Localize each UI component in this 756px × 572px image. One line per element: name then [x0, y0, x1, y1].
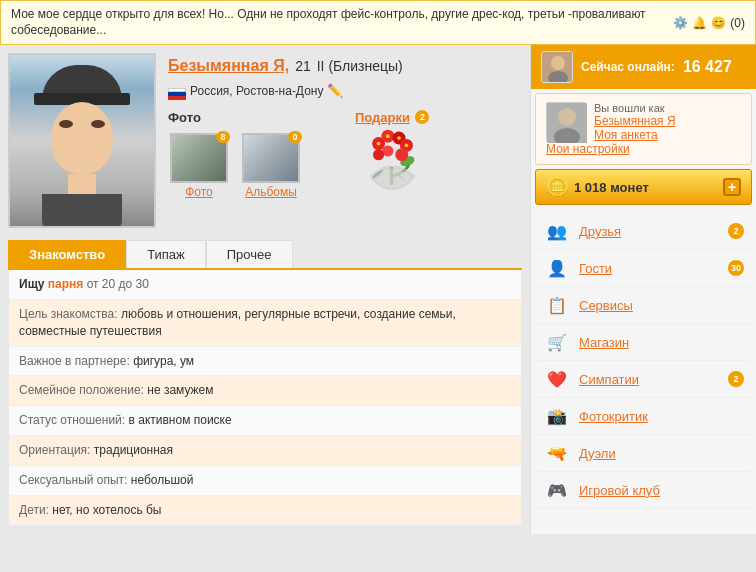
detail-label-goal: Цель знакомства: [19, 307, 118, 321]
duels-icon: 🔫 [543, 441, 571, 465]
profile-zodiac: II (Близнецы) [317, 58, 403, 74]
friends-label: Друзья [579, 224, 718, 239]
sympathy-icon: ❤️ [543, 367, 571, 391]
profile-age: 21 [295, 58, 311, 74]
profile-location: Россия, Ростов-на-Дону ✏️ [168, 81, 522, 100]
flower-gift [355, 125, 435, 195]
tab-tipazh[interactable]: Типаж [126, 240, 206, 268]
sidebar-item-friends[interactable]: 👥 Друзья 2 [535, 213, 752, 250]
detail-label-marital: Семейное положение: [19, 383, 144, 397]
detail-label-orientation: Ориентация: [19, 443, 90, 457]
coins-amount: 1 018 монет [574, 180, 717, 195]
albums-label[interactable]: Альбомы [240, 185, 302, 199]
online-label: Сейчас онлайн: [581, 60, 675, 74]
sympathy-badge: 2 [728, 371, 744, 387]
profile-info: Безымянная Я, 21 II (Близнецы) Россия, Р… [168, 53, 522, 228]
photocritic-icon: 📸 [543, 404, 571, 428]
svg-point-12 [405, 144, 409, 148]
name-line: Безымянная Я, 21 II (Близнецы) [168, 57, 522, 75]
svg-point-11 [397, 136, 401, 140]
albums-thumb[interactable]: 0 Альбомы [240, 133, 302, 199]
svg-point-17 [558, 108, 576, 126]
sidebar-item-services[interactable]: 📋 Сервисы [535, 287, 752, 324]
photos-count-badge: 8 [216, 131, 230, 143]
tab-znakомство[interactable]: Знакомство [8, 240, 126, 268]
svg-point-9 [377, 142, 381, 146]
alert-icon[interactable]: 🔔 [692, 16, 707, 30]
sidebar-item-duels[interactable]: 🔫 Дуэли [535, 435, 752, 472]
detail-value-orientation: традиционная [94, 443, 173, 457]
detail-label-children: Дети: [19, 503, 49, 517]
detail-label-status: Статус отношений: [19, 413, 125, 427]
photo-items: 8 Фото 0 Альбомы [168, 133, 335, 199]
profile-left: Безымянная Я, 21 II (Близнецы) Россия, Р… [0, 45, 530, 534]
services-label: Сервисы [579, 298, 744, 313]
photo-block: Фото 8 Фото [168, 110, 335, 199]
detail-label-important: Важное в партнере: [19, 354, 130, 368]
photo-section-title: Фото [168, 110, 335, 125]
detail-label-experience: Сексуальный опыт: [19, 473, 127, 487]
detail-value-status: в активном поиске [129, 413, 232, 427]
svg-point-10 [386, 134, 390, 138]
search-seeking-value: парня [48, 277, 87, 291]
profile-details: Ищу парня от 20 до 30 Цель знакомства: л… [8, 270, 522, 526]
detail-row-goal: Цель знакомства: любовь и отношения, рег… [9, 300, 521, 347]
detail-value-children: нет, но хотелось бы [52, 503, 161, 517]
shop-label: Магазин [579, 335, 744, 350]
sidebar-item-guests[interactable]: 👤 Гости 30 [535, 250, 752, 287]
sidebar: Сейчас онлайн: 16 427 Вы вошли как Безым… [530, 45, 756, 534]
photos-label[interactable]: Фото [168, 185, 230, 199]
sidebar-item-gameclub[interactable]: 🎮 Игровой клуб [535, 472, 752, 509]
profile-photo-main [8, 53, 156, 228]
online-avatar [541, 51, 573, 83]
albums-count-badge: 0 [288, 131, 302, 143]
photocritic-label: Фотокритик [579, 409, 744, 424]
shop-icon: 🛒 [543, 330, 571, 354]
profile-name[interactable]: Безымянная Я, [168, 57, 289, 75]
detail-row-orientation: Ориентация: традиционная [9, 436, 521, 466]
photos-thumb[interactable]: 8 Фото [168, 133, 230, 199]
sidebar-item-shop[interactable]: 🛒 Магазин [535, 324, 752, 361]
gifts-count-badge: 2 [415, 110, 429, 124]
friends-badge: 2 [728, 223, 744, 239]
main-layout: Безымянная Я, 21 II (Близнецы) Россия, Р… [0, 45, 756, 534]
settings-link[interactable]: Мои настройки [546, 142, 741, 156]
gifts-block: Подарки 2 [355, 110, 522, 199]
sidebar-menu: 👥 Друзья 2 👤 Гости 30 📋 Сервисы 🛒 Магази… [531, 209, 756, 513]
detail-row-search: Ищу парня от 20 до 30 [9, 270, 521, 300]
gameclub-label: Игровой клуб [579, 483, 744, 498]
comments-count: (0) [730, 16, 745, 30]
guests-badge: 30 [728, 260, 744, 276]
sidebar-user-avatar [546, 102, 586, 142]
coin-icon: 🪙 [546, 176, 568, 198]
services-icon: 📋 [543, 293, 571, 317]
photo-section: Фото 8 Фото [168, 110, 522, 199]
svg-point-6 [395, 148, 408, 161]
coins-add-button[interactable]: + [723, 178, 741, 196]
profile-tabs: Знакомство Типаж Прочее [8, 240, 522, 270]
online-bar: Сейчас онлайн: 16 427 [531, 45, 756, 89]
smile-icon[interactable]: 😊 [711, 16, 726, 30]
sidebar-item-sympathy[interactable]: ❤️ Симпатии 2 [535, 361, 752, 398]
svg-point-14 [551, 56, 565, 70]
photos-thumb-img: 8 [170, 133, 228, 183]
detail-value-important: фигура, ум [133, 354, 194, 368]
gifts-title[interactable]: Подарки 2 [355, 110, 522, 125]
guests-icon: 👤 [543, 256, 571, 280]
search-age-range: от 20 до 30 [87, 277, 149, 291]
gameclub-icon: 🎮 [543, 478, 571, 502]
detail-row-children: Дети: нет, но хотелось бы [9, 496, 521, 526]
tab-prochee[interactable]: Прочее [206, 240, 293, 268]
sidebar-item-photocritic[interactable]: 📸 Фотокритик [535, 398, 752, 435]
settings-icon[interactable]: ⚙️ [673, 16, 688, 30]
duels-label: Дуэли [579, 446, 744, 461]
detail-value-marital: не замужем [147, 383, 213, 397]
top-bar-icons: ⚙️ 🔔 😊 (0) [673, 16, 745, 30]
online-count: 16 427 [683, 58, 732, 76]
top-bar-text: Мое мое сердце открыто для всех! Но... О… [11, 7, 667, 38]
sympathy-label: Симпатии [579, 372, 718, 387]
detail-row-experience: Сексуальный опыт: небольшой [9, 466, 521, 496]
flag-icon [168, 81, 186, 100]
detail-row-marital: Семейное положение: не замужем [9, 376, 521, 406]
edit-location-icon[interactable]: ✏️ [327, 83, 343, 98]
